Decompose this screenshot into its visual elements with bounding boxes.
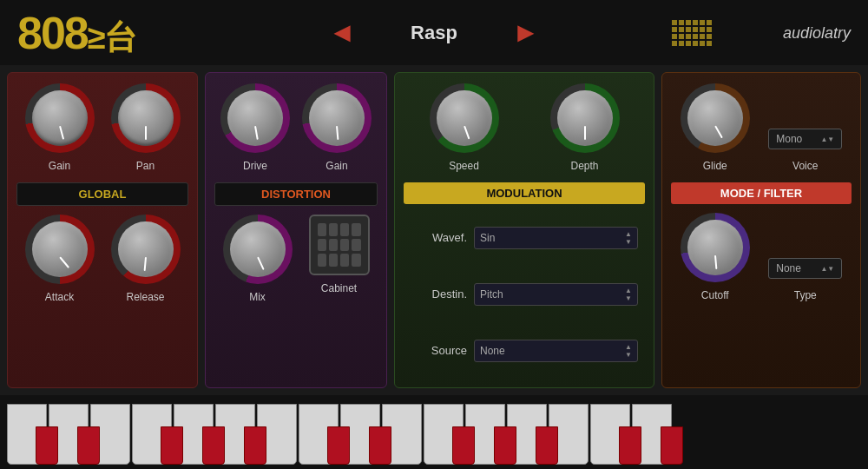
black-key[interactable]: [452, 426, 475, 465]
waveform-row: Wavef. Sin ▲▼: [404, 223, 645, 253]
glide-label: Glide: [703, 160, 727, 172]
voice-arrows: ▲▼: [820, 135, 834, 143]
glide-knob[interactable]: [681, 83, 750, 153]
black-key[interactable]: [369, 426, 391, 465]
source-value: None: [480, 345, 505, 357]
global-panel-label: GLOBAL: [16, 182, 188, 206]
distortion-panel-label: DISTORTION: [214, 182, 378, 206]
distortion-bottom-controls: Mix Cabinet: [214, 215, 378, 303]
mix-label: Mix: [249, 291, 266, 303]
voice-value: Mono: [776, 133, 802, 145]
cabinet-button[interactable]: [309, 215, 370, 275]
black-key[interactable]: [36, 426, 58, 465]
cutoff-knob-group: Cutoff: [681, 213, 750, 301]
mode-bottom-row: Cutoff None ▲▼ Type: [671, 213, 852, 301]
modulation-panel: Speed Depth MODULATION Wavef. Sin ▲▼: [394, 72, 654, 388]
cutoff-label: Cutoff: [701, 289, 729, 301]
destination-arrows: ▲▼: [625, 287, 632, 302]
pan-knob-group: Pan: [111, 83, 181, 172]
speed-knob-group: Speed: [430, 83, 499, 172]
black-key[interactable]: [77, 426, 100, 465]
cutoff-knob[interactable]: [681, 213, 750, 282]
gain-knob-group: Gain: [25, 83, 95, 172]
voice-group: Mono ▲▼ Voice: [768, 127, 842, 172]
type-arrows: ▲▼: [820, 265, 834, 273]
distortion-gain-label: Gain: [326, 160, 347, 172]
logo-number: 808: [17, 8, 88, 58]
waveform-arrows: ▲▼: [625, 230, 632, 246]
source-row: Source None ▲▼: [404, 336, 645, 366]
black-key[interactable]: [536, 426, 558, 465]
depth-knob[interactable]: [550, 83, 620, 153]
mode-top-row: Glide Mono ▲▼ Voice: [671, 83, 852, 172]
cabinet-label: Cabinet: [321, 282, 357, 294]
modulation-top-knobs: Speed Depth: [404, 83, 645, 172]
release-label: Release: [126, 291, 164, 303]
preset-navigation: ◄ Rasp ►: [328, 17, 539, 49]
drive-label: Drive: [243, 160, 267, 172]
waveform-value: Sin: [480, 232, 495, 244]
black-key[interactable]: [161, 426, 183, 465]
distortion-gain-knob[interactable]: [302, 83, 372, 153]
gain-knob-wrapper[interactable]: [25, 83, 95, 153]
type-select[interactable]: None ▲▼: [768, 258, 842, 279]
mix-knob[interactable]: [223, 215, 293, 284]
depth-label: Depth: [570, 160, 598, 172]
modulation-panel-label: MODULATION: [404, 182, 645, 204]
global-bottom-knobs: Attack Release: [16, 215, 188, 303]
grid-icon[interactable]: [672, 20, 712, 46]
black-key[interactable]: [202, 426, 225, 465]
black-key[interactable]: [327, 426, 350, 465]
distortion-top-knobs: Drive Gain: [214, 83, 378, 172]
depth-knob-group: Depth: [550, 83, 620, 172]
destination-select[interactable]: Pitch ▲▼: [474, 283, 638, 306]
grid-dots: [672, 20, 712, 46]
global-top-knobs: Gain Pan: [16, 83, 188, 172]
source-label: Source: [411, 344, 467, 357]
drive-knob-group: Drive: [220, 83, 290, 172]
glide-knob-group: Glide: [681, 83, 750, 172]
type-value: None: [776, 262, 801, 274]
release-knob[interactable]: [111, 215, 181, 284]
mix-knob-group: Mix: [223, 215, 293, 303]
attack-label: Attack: [45, 291, 74, 303]
destination-value: Pitch: [480, 288, 503, 301]
cabinet-group: Cabinet: [309, 215, 370, 303]
release-knob-group: Release: [111, 215, 181, 303]
distortion-gain-knob-group: Gain: [302, 83, 372, 172]
waveform-label: Wavef.: [411, 231, 467, 244]
voice-label: Voice: [792, 160, 818, 172]
source-select[interactable]: None ▲▼: [474, 340, 638, 362]
black-key[interactable]: [619, 426, 641, 465]
voice-select[interactable]: Mono ▲▼: [768, 129, 842, 149]
prev-preset-button[interactable]: ◄: [328, 17, 356, 49]
source-arrows: ▲▼: [625, 343, 632, 359]
mode-panel-label: MODE / FILTER: [671, 182, 852, 204]
header: 808≥台 ◄ Rasp ► audiolatry: [0, 0, 868, 65]
pan-knob-wrapper[interactable]: [111, 83, 181, 153]
modulation-controls: Wavef. Sin ▲▼ Destin. Pitch ▲▼ Source No…: [404, 209, 645, 379]
gain-label: Gain: [49, 160, 70, 172]
speed-label: Speed: [449, 160, 479, 172]
distortion-panel: Drive Gain DISTORTION Mix: [205, 72, 387, 388]
global-panel: Gain Pan GLOBAL: [7, 72, 198, 388]
type-group: None ▲▼ Type: [768, 256, 842, 301]
type-label: Type: [794, 289, 817, 301]
destination-row: Destin. Pitch ▲▼: [404, 280, 645, 309]
app-logo: 808≥台: [17, 10, 135, 56]
preset-name: Rasp: [382, 22, 486, 44]
piano-keyboard: [0, 395, 868, 469]
destination-label: Destin.: [411, 287, 467, 301]
mode-filter-panel: Glide Mono ▲▼ Voice MODE / FILTER Cutoff: [661, 72, 861, 388]
logo-symbol: ≥台: [88, 19, 135, 56]
attack-knob[interactable]: [25, 215, 95, 284]
drive-knob[interactable]: [220, 83, 290, 153]
black-key[interactable]: [494, 426, 516, 465]
black-key[interactable]: [661, 426, 683, 465]
black-key[interactable]: [244, 426, 266, 465]
panels-container: Gain Pan GLOBAL: [0, 65, 868, 395]
waveform-select[interactable]: Sin ▲▼: [474, 227, 638, 249]
next-preset-button[interactable]: ►: [512, 17, 540, 49]
pan-label: Pan: [136, 160, 155, 172]
speed-knob[interactable]: [430, 83, 499, 153]
